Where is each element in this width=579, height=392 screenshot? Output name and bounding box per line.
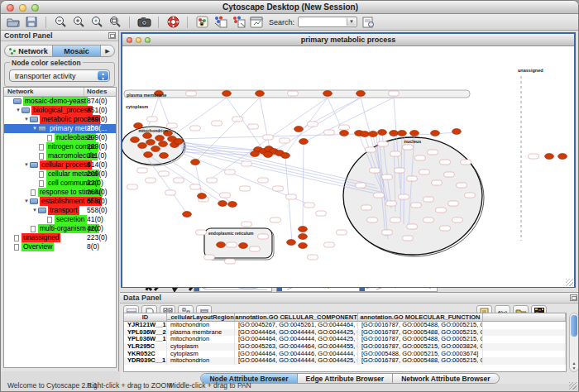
tree-row[interactable]: nitrogen compo209(0) [4,142,116,151]
table-row[interactable]: YPL036W__1mitochondrion[GO:0044464, GO:0… [124,336,566,343]
import-network-icon[interactable] [213,15,227,29]
search-dropdown-arrow[interactable]: ▼ [347,18,356,26]
folder-icon [30,162,38,168]
tree-row[interactable]: unassigned223(0) [4,233,116,242]
tab-network[interactable]: Network [5,45,53,56]
table-cell: mitochondrion [167,322,235,329]
expand-arrow-icon[interactable]: ▼ [23,115,30,124]
network-desktop: primary metabolic process plasma membran… [120,31,579,292]
file-icon [39,153,44,160]
table-row[interactable]: YKR052Ccytoplasm[GO:0044464, GO:0044446,… [124,351,566,358]
column-header[interactable]: _cellularLayoutRegion [167,313,235,321]
file-icon [14,235,19,241]
tree-row[interactable]: response to stimulu264(0) [4,188,116,197]
svg-text:cytoplasm: cytoplasm [126,104,148,109]
tree-row[interactable]: ▼metabolic process280(0) [4,115,116,124]
tree-row[interactable]: multi-organism pro42(0) [4,224,116,233]
table-scrollbar[interactable]: ▲▼ [569,313,579,372]
tab-mosaic[interactable]: Mosaic [53,45,101,56]
scrollbar-thumb[interactable] [571,315,577,337]
file-icon [31,226,36,232]
snapshot-camera-icon[interactable] [136,15,151,29]
expand-arrow-icon[interactable]: ▼ [23,160,30,170]
save-icon[interactable] [24,15,39,29]
tree-row-nodes-count: 41(0) [87,215,103,224]
open-folder-icon[interactable] [6,15,21,29]
column-header[interactable]: annotation.GO CELLULAR_COMPONENT [235,313,358,321]
table-cell [483,343,566,351]
vizmapper-icon[interactable] [194,15,209,29]
tree-row-nodes-count: 614(0) [87,160,108,170]
float-panel-icon[interactable] [570,294,577,301]
table-cell: [GO:0016787, GO:0005488, GO:0005215, G..… [358,357,483,365]
svg-text:mitochondrion: mitochondrion [139,128,168,133]
app-resize-grip[interactable] [569,382,577,390]
scrollbar-arrows-icon[interactable]: ▲▼ [570,361,578,370]
cytoscape-window: Cytoscape Desktop (New Session) [0,0,579,392]
table-cell [483,329,566,337]
table-cell: [GO:0045267, GO:0045261, GO:0044464, G..… [235,322,358,329]
tree-row[interactable]: ▼establishment of lo558(0) [4,197,116,206]
expand-arrow-icon[interactable]: ▼ [31,124,38,133]
svg-text:nucleus: nucleus [404,139,422,144]
tree-col-nodes[interactable]: Nodes [84,88,116,96]
file-icon [14,244,19,251]
tree-row-nodes-count: 209(0) [87,170,108,179]
table-cell: YJR121W__1 [124,322,167,329]
export-network-icon[interactable] [231,15,246,29]
tree-row-label: mosaic-demo-yeast [23,97,88,106]
folder-icon [22,108,30,113]
expand-arrow-icon[interactable]: ▼ [31,206,38,215]
table-row[interactable]: YJR121W__1mitochondrion[GO:0045267, GO:0… [124,322,566,329]
float-panel-icon[interactable] [108,32,116,39]
tree-row[interactable]: macromolecule311(0) [4,151,116,160]
tree-row[interactable]: mosaic-demo-yeast874(0) [4,97,116,106]
tree-row[interactable]: Overview8(0) [4,242,116,251]
tree-row-nodes-count: 209(0) [87,133,108,142]
zoom-in-icon[interactable] [71,15,86,29]
network-canvas[interactable]: plasma membranecytoplasmmitochondrionnuc… [122,46,574,287]
annotation-icon[interactable] [249,15,264,29]
configure-search-icon[interactable] [361,15,376,29]
window-resize-grip[interactable] [566,279,573,286]
tree-row-label: biological_process [31,106,93,115]
combo-stepper-icon: ▲▼ [98,71,108,80]
column-header[interactable]: ID [124,313,167,321]
column-header[interactable]: annotation.GO MOLECULAR_FUNCTION [358,313,483,321]
zoom-out-icon[interactable] [53,15,68,29]
table-cell [483,357,566,365]
network-tab-icon [9,48,16,55]
tree-row[interactable]: ▼cellular process614(0) [4,160,116,170]
tree-row-label: Overview [22,242,54,251]
tree-row[interactable]: nucleobase-209(0) [4,133,116,142]
search-input[interactable]: ▼ [298,17,357,27]
tree-row[interactable]: ▼transport558(0) [4,206,116,215]
help-lifering-icon[interactable] [165,15,180,29]
table-cell: [GO:0005488, GO:0005215, GO:0003674] [358,351,483,358]
tree-row[interactable]: secretion41(0) [4,215,116,224]
control-panel: Control Panel Network Mosaic ▶ Node colo… [1,31,119,371]
attribute-table[interactable]: ID_cellularLayoutRegionannotation.GO CEL… [123,313,567,372]
tab-overflow-button[interactable]: ▶ [101,45,114,56]
network-window-titlebar[interactable]: primary metabolic process [122,34,574,46]
file-icon [39,171,44,178]
column-header[interactable] [483,313,566,321]
node-color-attribute-select[interactable]: transporter activity ▲▼ [9,69,110,82]
zoom-fit-icon[interactable] [108,15,122,29]
expand-arrow-icon[interactable]: ▼ [15,106,22,115]
table-cell: mitochondrion [167,357,235,365]
table-row[interactable]: YPL036W__2plasma membrane[GO:0044464, GO… [124,329,566,337]
svg-text:unassigned: unassigned [518,68,543,73]
tree-row[interactable]: cell communicat22(0) [4,179,116,188]
tree-col-network[interactable]: Network [4,88,84,96]
zoom-selected-icon[interactable] [89,15,104,29]
tree-row[interactable]: cellular metabol209(0) [4,170,116,179]
status-bar: Welcome to Cytoscape 2.8.1 Right-click +… [1,381,579,391]
app-titlebar: Cytoscape Desktop (New Session) [1,1,579,14]
tree-row[interactable]: ▼biological_process651(0) [4,106,116,115]
table-row[interactable]: YDR039C__1mitochondrion[GO:0044464, GO:0… [124,357,566,365]
expand-arrow-icon[interactable]: ▼ [23,197,30,206]
table-row[interactable]: YLR295Ccytoplasm[GO:0045263, GO:0044464,… [124,343,566,351]
network-tree: Network Nodes mosaic-demo-yeast874(0)▼bi… [3,87,117,368]
tree-row[interactable]: ▼primary metabo209(... [4,124,116,133]
